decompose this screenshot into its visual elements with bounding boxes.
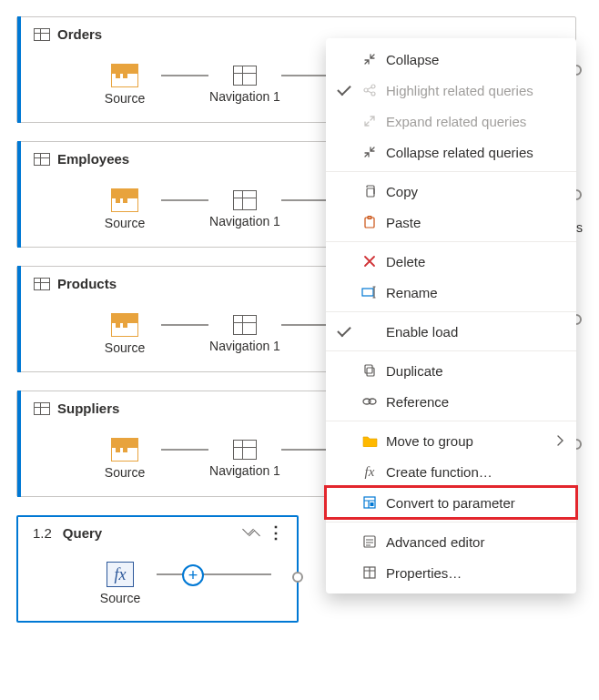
menu-separator — [326, 241, 576, 242]
steps-row: Source + — [33, 552, 284, 615]
properties-icon — [360, 564, 379, 581]
collapse-icon — [360, 144, 379, 160]
step-source[interactable]: Source — [88, 313, 161, 355]
svg-point-1 — [371, 85, 375, 88]
table-icon — [233, 315, 257, 335]
menu-enable-load[interactable]: Enable load — [326, 316, 576, 347]
menu-move-to-group[interactable]: Move to group — [326, 425, 576, 456]
connector — [281, 449, 329, 451]
connector — [198, 573, 271, 575]
collapse-icon — [360, 51, 379, 67]
svg-rect-7 — [367, 368, 374, 376]
menu-rename[interactable]: Rename — [326, 277, 576, 308]
card-title: Orders — [57, 26, 102, 42]
duplicate-icon — [360, 362, 379, 379]
svg-rect-6 — [362, 289, 373, 296]
connector — [281, 199, 329, 201]
menu-copy[interactable]: Copy — [326, 176, 576, 207]
expand-icon — [360, 113, 379, 129]
connector — [161, 324, 208, 326]
table-icon — [233, 190, 257, 210]
table-icon — [34, 402, 50, 415]
step-source[interactable]: Source — [88, 64, 161, 106]
menu-create-function[interactable]: fx Create function… — [326, 456, 576, 487]
svg-point-10 — [369, 399, 376, 404]
card-title: Suppliers — [57, 401, 119, 416]
step-navigation-1[interactable]: Navigation 1 — [208, 66, 281, 104]
table-icon — [233, 440, 257, 460]
check-icon — [338, 328, 350, 335]
copy-icon — [360, 183, 379, 199]
menu-advanced-editor[interactable]: Advanced editor — [326, 526, 576, 557]
menu-reference[interactable]: Reference — [326, 386, 576, 417]
menu-separator — [326, 522, 576, 522]
svg-point-2 — [371, 92, 375, 96]
parameter-icon — [360, 494, 379, 511]
connector — [161, 449, 208, 451]
menu-collapse-related[interactable]: Collapse related queries — [326, 137, 576, 167]
card-title: Products — [57, 276, 117, 291]
svg-rect-3 — [367, 188, 374, 197]
svg-rect-8 — [365, 365, 372, 373]
query-card-query[interactable]: 1.2 Query ⋮ Source + — [16, 515, 299, 623]
fx-icon: fx — [360, 463, 379, 480]
svg-point-0 — [364, 88, 368, 92]
connector — [281, 324, 329, 326]
datasource-icon — [111, 188, 138, 212]
connector — [281, 75, 329, 76]
editor-icon — [360, 533, 379, 550]
menu-separator — [326, 171, 576, 172]
card-header: 1.2 Query ⋮ — [33, 524, 284, 541]
table-icon — [34, 278, 50, 290]
table-icon — [233, 66, 257, 86]
chevron-right-icon — [556, 433, 563, 449]
delete-icon — [360, 253, 379, 269]
svg-rect-12 — [371, 502, 374, 506]
connector — [161, 199, 208, 201]
table-icon — [34, 28, 50, 41]
collapse-icon[interactable] — [244, 525, 259, 540]
folder-icon — [360, 432, 379, 449]
context-menu: Collapse Highlight related queries Expan… — [326, 38, 576, 593]
menu-expand-related: Expand related queries — [326, 106, 576, 137]
menu-separator — [326, 421, 576, 421]
rename-icon — [360, 284, 379, 300]
table-icon — [34, 153, 50, 166]
output-port[interactable] — [292, 572, 303, 583]
check-icon — [338, 86, 350, 94]
menu-properties[interactable]: Properties… — [326, 557, 576, 588]
menu-collapse[interactable]: Collapse — [326, 44, 576, 75]
fx-icon — [107, 562, 134, 587]
menu-separator — [326, 350, 576, 351]
step-source[interactable]: Source — [84, 562, 157, 605]
blank-icon — [360, 323, 379, 340]
add-step-button[interactable]: + — [182, 564, 204, 586]
menu-duplicate[interactable]: Duplicate — [326, 355, 576, 386]
step-source[interactable]: Source — [88, 438, 161, 480]
connector — [161, 75, 208, 76]
step-navigation-1[interactable]: Navigation 1 — [208, 440, 281, 478]
menu-delete[interactable]: Delete — [326, 246, 576, 277]
menu-convert-to-parameter[interactable]: Convert to parameter — [326, 487, 576, 518]
card-title: Query — [63, 525, 102, 541]
datasource-icon — [111, 64, 138, 87]
step-source[interactable]: Source — [88, 188, 161, 230]
datasource-icon — [111, 438, 138, 462]
datasource-icon — [111, 313, 138, 337]
menu-paste[interactable]: Paste — [326, 207, 576, 238]
menu-highlight-related: Highlight related queries — [326, 75, 576, 106]
step-navigation-1[interactable]: Navigation 1 — [208, 190, 281, 228]
menu-separator — [326, 311, 576, 312]
step-navigation-1[interactable]: Navigation 1 — [208, 315, 281, 353]
more-icon[interactable]: ⋮ — [268, 524, 284, 541]
reference-icon — [360, 393, 379, 410]
card-title: Employees — [57, 151, 129, 167]
paste-icon — [360, 214, 379, 230]
share-icon — [360, 82, 379, 98]
card-prefix: 1.2 — [33, 525, 52, 541]
